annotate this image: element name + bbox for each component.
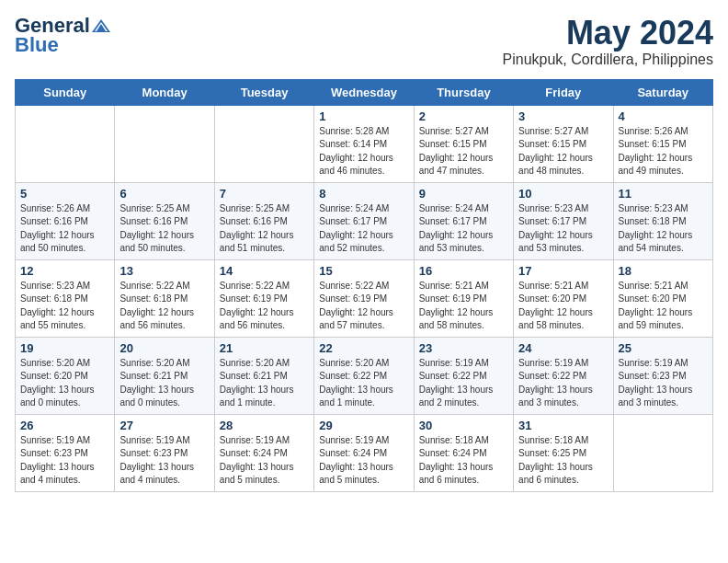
day-number: 14 <box>220 264 309 278</box>
month-title: May 2024 <box>503 15 713 52</box>
calendar-cell <box>613 414 712 491</box>
header-day-sunday: Sunday <box>16 79 115 105</box>
day-number: 17 <box>518 264 608 278</box>
header-day-monday: Monday <box>115 79 214 105</box>
title-area: May 2024 Pinukpuk, Cordillera, Philippin… <box>503 15 713 68</box>
calendar-cell: 15Sunrise: 5:22 AM Sunset: 6:19 PM Dayli… <box>314 259 414 337</box>
day-number: 24 <box>518 341 608 355</box>
day-info: Sunrise: 5:22 AM Sunset: 6:19 PM Dayligh… <box>220 280 309 333</box>
day-info: Sunrise: 5:19 AM Sunset: 6:24 PM Dayligh… <box>220 434 309 488</box>
day-info: Sunrise: 5:28 AM Sunset: 6:14 PM Dayligh… <box>319 125 408 178</box>
calendar-cell: 21Sunrise: 5:20 AM Sunset: 6:21 PM Dayli… <box>214 337 313 414</box>
header-day-wednesday: Wednesday <box>314 79 414 105</box>
day-info: Sunrise: 5:20 AM Sunset: 6:22 PM Dayligh… <box>319 357 408 410</box>
calendar-week-row: 26Sunrise: 5:19 AM Sunset: 6:23 PM Dayli… <box>16 414 713 491</box>
calendar-cell: 4Sunrise: 5:26 AM Sunset: 6:15 PM Daylig… <box>613 105 712 182</box>
calendar-cell: 16Sunrise: 5:21 AM Sunset: 6:19 PM Dayli… <box>414 259 513 337</box>
day-number: 13 <box>119 264 209 278</box>
day-info: Sunrise: 5:19 AM Sunset: 6:23 PM Dayligh… <box>20 434 109 488</box>
day-info: Sunrise: 5:22 AM Sunset: 6:18 PM Dayligh… <box>119 280 209 333</box>
day-info: Sunrise: 5:23 AM Sunset: 6:17 PM Dayligh… <box>518 202 608 256</box>
day-info: Sunrise: 5:19 AM Sunset: 6:22 PM Dayligh… <box>518 357 608 410</box>
day-number: 31 <box>518 419 608 432</box>
day-number: 25 <box>619 341 708 355</box>
day-number: 11 <box>619 187 708 201</box>
day-info: Sunrise: 5:19 AM Sunset: 6:22 PM Dayligh… <box>419 357 508 410</box>
calendar-week-row: 12Sunrise: 5:23 AM Sunset: 6:18 PM Dayli… <box>16 259 713 337</box>
day-number: 12 <box>20 264 109 278</box>
day-info: Sunrise: 5:20 AM Sunset: 6:21 PM Dayligh… <box>220 357 309 410</box>
day-info: Sunrise: 5:20 AM Sunset: 6:20 PM Dayligh… <box>20 357 109 410</box>
calendar-cell: 11Sunrise: 5:23 AM Sunset: 6:18 PM Dayli… <box>613 182 712 259</box>
day-number: 15 <box>319 264 408 278</box>
calendar-cell: 3Sunrise: 5:27 AM Sunset: 6:15 PM Daylig… <box>514 105 613 182</box>
day-info: Sunrise: 5:24 AM Sunset: 6:17 PM Dayligh… <box>319 202 408 256</box>
day-number: 3 <box>518 109 608 123</box>
calendar-cell: 10Sunrise: 5:23 AM Sunset: 6:17 PM Dayli… <box>514 182 613 259</box>
day-info: Sunrise: 5:20 AM Sunset: 6:21 PM Dayligh… <box>119 357 209 410</box>
day-info: Sunrise: 5:21 AM Sunset: 6:20 PM Dayligh… <box>518 280 608 333</box>
header-day-saturday: Saturday <box>613 79 712 105</box>
calendar-week-row: 19Sunrise: 5:20 AM Sunset: 6:20 PM Dayli… <box>16 337 713 414</box>
day-info: Sunrise: 5:24 AM Sunset: 6:17 PM Dayligh… <box>419 202 508 256</box>
calendar-table: SundayMondayTuesdayWednesdayThursdayFrid… <box>15 79 713 492</box>
calendar-cell: 13Sunrise: 5:22 AM Sunset: 6:18 PM Dayli… <box>115 259 214 337</box>
day-number: 19 <box>20 341 109 355</box>
day-number: 22 <box>319 341 408 355</box>
day-number: 20 <box>119 341 209 355</box>
day-info: Sunrise: 5:19 AM Sunset: 6:24 PM Dayligh… <box>319 434 408 488</box>
calendar-cell: 27Sunrise: 5:19 AM Sunset: 6:23 PM Dayli… <box>115 414 214 491</box>
day-info: Sunrise: 5:21 AM Sunset: 6:20 PM Dayligh… <box>619 280 708 333</box>
day-number: 30 <box>419 419 508 432</box>
calendar-cell <box>16 105 115 182</box>
day-info: Sunrise: 5:18 AM Sunset: 6:25 PM Dayligh… <box>518 434 608 488</box>
calendar-cell: 17Sunrise: 5:21 AM Sunset: 6:20 PM Dayli… <box>514 259 613 337</box>
day-number: 10 <box>518 187 608 201</box>
header-day-thursday: Thursday <box>414 79 513 105</box>
day-number: 28 <box>220 419 309 432</box>
calendar-cell: 24Sunrise: 5:19 AM Sunset: 6:22 PM Dayli… <box>514 337 613 414</box>
day-number: 7 <box>220 187 309 201</box>
calendar-header-row: SundayMondayTuesdayWednesdayThursdayFrid… <box>16 79 713 105</box>
calendar-cell: 23Sunrise: 5:19 AM Sunset: 6:22 PM Dayli… <box>414 337 513 414</box>
calendar-cell <box>214 105 313 182</box>
day-number: 26 <box>20 419 109 432</box>
calendar-cell: 12Sunrise: 5:23 AM Sunset: 6:18 PM Dayli… <box>16 259 115 337</box>
day-info: Sunrise: 5:22 AM Sunset: 6:19 PM Dayligh… <box>319 280 408 333</box>
day-info: Sunrise: 5:19 AM Sunset: 6:23 PM Dayligh… <box>619 357 708 410</box>
calendar-cell: 19Sunrise: 5:20 AM Sunset: 6:20 PM Dayli… <box>16 337 115 414</box>
day-info: Sunrise: 5:19 AM Sunset: 6:23 PM Dayligh… <box>119 434 209 488</box>
calendar-cell: 5Sunrise: 5:26 AM Sunset: 6:16 PM Daylig… <box>16 182 115 259</box>
calendar-cell: 30Sunrise: 5:18 AM Sunset: 6:24 PM Dayli… <box>414 414 513 491</box>
header-day-tuesday: Tuesday <box>214 79 313 105</box>
calendar-cell: 31Sunrise: 5:18 AM Sunset: 6:25 PM Dayli… <box>514 414 613 491</box>
logo-blue-text: Blue <box>15 33 59 57</box>
calendar-cell: 20Sunrise: 5:20 AM Sunset: 6:21 PM Dayli… <box>115 337 214 414</box>
calendar-cell: 28Sunrise: 5:19 AM Sunset: 6:24 PM Dayli… <box>214 414 313 491</box>
calendar-week-row: 1Sunrise: 5:28 AM Sunset: 6:14 PM Daylig… <box>16 105 713 182</box>
calendar-cell: 1Sunrise: 5:28 AM Sunset: 6:14 PM Daylig… <box>314 105 414 182</box>
calendar-cell: 26Sunrise: 5:19 AM Sunset: 6:23 PM Dayli… <box>16 414 115 491</box>
day-number: 21 <box>220 341 309 355</box>
day-info: Sunrise: 5:18 AM Sunset: 6:24 PM Dayligh… <box>419 434 508 488</box>
day-info: Sunrise: 5:21 AM Sunset: 6:19 PM Dayligh… <box>419 280 508 333</box>
calendar-cell: 6Sunrise: 5:25 AM Sunset: 6:16 PM Daylig… <box>115 182 214 259</box>
calendar-cell: 2Sunrise: 5:27 AM Sunset: 6:15 PM Daylig… <box>414 105 513 182</box>
day-number: 1 <box>319 109 408 123</box>
calendar-cell: 25Sunrise: 5:19 AM Sunset: 6:23 PM Dayli… <box>613 337 712 414</box>
calendar-cell: 7Sunrise: 5:25 AM Sunset: 6:16 PM Daylig… <box>214 182 313 259</box>
day-info: Sunrise: 5:27 AM Sunset: 6:15 PM Dayligh… <box>518 125 608 178</box>
day-number: 18 <box>619 264 708 278</box>
day-number: 29 <box>319 419 408 432</box>
logo: General Blue <box>15 15 110 57</box>
location-subtitle: Pinukpuk, Cordillera, Philippines <box>503 52 713 68</box>
day-number: 27 <box>119 419 209 432</box>
day-info: Sunrise: 5:25 AM Sunset: 6:16 PM Dayligh… <box>119 202 209 256</box>
day-info: Sunrise: 5:27 AM Sunset: 6:15 PM Dayligh… <box>419 125 508 178</box>
calendar-cell: 18Sunrise: 5:21 AM Sunset: 6:20 PM Dayli… <box>613 259 712 337</box>
header-day-friday: Friday <box>514 79 613 105</box>
calendar-cell: 9Sunrise: 5:24 AM Sunset: 6:17 PM Daylig… <box>414 182 513 259</box>
logo-icon <box>92 19 110 34</box>
calendar-cell: 22Sunrise: 5:20 AM Sunset: 6:22 PM Dayli… <box>314 337 414 414</box>
day-info: Sunrise: 5:25 AM Sunset: 6:16 PM Dayligh… <box>220 202 309 256</box>
